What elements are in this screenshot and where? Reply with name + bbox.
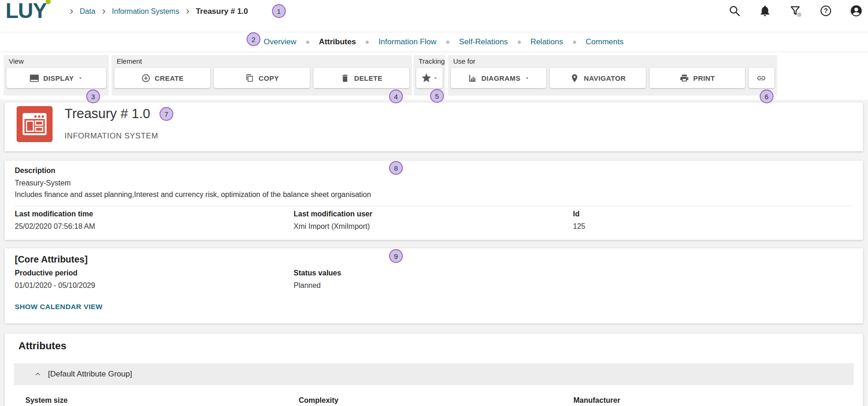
field-label: Last modification time	[15, 210, 294, 218]
tab-separator-dot	[366, 41, 369, 44]
top-bar: LUY DataInformation SystemsTreasury # 1.…	[0, 0, 868, 32]
meta-grid: Last modification time25/02/2020 07:56:1…	[15, 206, 853, 231]
button-label: DISPLAY	[43, 74, 74, 82]
breadcrumb-item-treasury-1-0: Treasury # 1.0	[196, 7, 248, 16]
button-label: DIAGRAMS	[481, 74, 520, 82]
breadcrumb: DataInformation SystemsTreasury # 1.0	[68, 0, 248, 23]
description-line: Includes finance and asset planning,Inte…	[15, 189, 853, 200]
toolbar-group-label: View	[9, 57, 106, 65]
tab-information-flow[interactable]: Information Flow	[378, 37, 437, 47]
chevron-up-icon[interactable]	[34, 370, 41, 378]
caret-down-icon	[78, 76, 83, 81]
toolbar-group-use-for: Use forDIAGRAMSNAVIGATORPRINT	[448, 55, 777, 96]
navigator-icon	[570, 73, 579, 83]
core-attributes-card: [Core Attributes] Productive period01/01…	[5, 248, 863, 323]
print-button[interactable]: PRINT	[650, 68, 745, 88]
print-icon	[679, 73, 689, 83]
tab-comments[interactable]: Comments	[586, 37, 624, 47]
tab-strip: OverviewAttributesInformation FlowSelf-R…	[0, 32, 868, 52]
filter-icon[interactable]	[789, 5, 802, 17]
link-icon	[756, 73, 766, 83]
copy-button[interactable]: COPY	[214, 68, 310, 88]
toolbar-group-element: ElementCREATECOPYDELETE	[112, 55, 412, 96]
toolbar-group-tracking: Tracking	[413, 55, 445, 96]
field-label: Status values	[294, 269, 573, 277]
delete-button[interactable]: DELETE	[313, 68, 409, 88]
entity-header-card: Treasury # 1.0 INFORMATION SYSTEM	[5, 102, 863, 151]
caret-down-icon	[433, 76, 438, 81]
core-field-productive-period: Productive period01/01/2020 - 05/10/2029	[15, 269, 294, 290]
breadcrumb-chevron-icon	[184, 8, 191, 15]
display-button[interactable]: DISPLAY	[6, 68, 106, 88]
field-label: Id	[573, 210, 853, 218]
tab-separator-dot	[306, 41, 309, 44]
annotation-marker-3: 3	[86, 90, 100, 103]
create-icon	[141, 73, 151, 83]
annotation-marker-6: 6	[760, 90, 774, 103]
annotation-marker-4: 4	[389, 90, 403, 103]
tab-bar: OverviewAttributesInformation FlowSelf-R…	[264, 32, 624, 52]
field-value: Planned	[294, 281, 573, 290]
attribute-column-system-size: System size	[25, 396, 299, 405]
tab-self-relations[interactable]: Self-Relations	[459, 37, 508, 47]
topbar-icons: ?	[728, 5, 862, 17]
navigator-button[interactable]: NAVIGATOR	[550, 68, 645, 88]
meta-field-last-modification-user: Last modification userXmi Import (XmiImp…	[294, 210, 573, 231]
tab-separator-dot	[518, 41, 521, 44]
core-field-status-values: Status valuesPlanned	[294, 269, 573, 290]
create-button[interactable]: CREATE	[114, 68, 210, 88]
copy-icon	[245, 73, 254, 83]
description-line: Treasury-System	[15, 177, 853, 189]
account-icon[interactable]	[850, 5, 862, 17]
button-label: PRINT	[693, 74, 715, 82]
help-icon[interactable]: ?	[820, 5, 832, 17]
annotation-marker-5: 5	[430, 89, 444, 103]
search-icon[interactable]	[728, 5, 741, 17]
attributes-card: Attributes [Default Attribute Group] Sys…	[5, 334, 863, 406]
description-card: Description Treasury-SystemIncludes fina…	[5, 161, 863, 240]
field-value: 125	[573, 222, 853, 231]
link-button[interactable]	[749, 68, 774, 88]
tab-separator-dot	[573, 41, 576, 44]
breadcrumb-chevron-icon	[100, 8, 107, 15]
breadcrumb-item-data[interactable]: Data	[80, 7, 95, 16]
attribute-group-title: [Default Attribute Group]	[48, 370, 132, 379]
toolbar-group-label: Tracking	[419, 57, 443, 65]
field-label: Productive period	[15, 269, 294, 277]
delete-icon	[340, 73, 350, 83]
toolbar-buttons: DIAGRAMSNAVIGATORPRINT	[451, 68, 774, 88]
tab-relations[interactable]: Relations	[531, 37, 563, 47]
button-label: DELETE	[354, 74, 383, 82]
luy-logo[interactable]: LUY	[6, 0, 47, 23]
attributes-title: Attributes	[18, 340, 854, 352]
meta-field-id: Id125	[573, 210, 853, 231]
information-system-icon	[17, 106, 53, 142]
core-attributes-title: [Core Attributes]	[15, 254, 853, 265]
field-value: 01/01/2020 - 05/10/2029	[15, 281, 294, 290]
default-attribute-group-header[interactable]: [Default Attribute Group]	[14, 363, 854, 385]
diagrams-icon	[467, 73, 477, 83]
toolbar-buttons: DISPLAY	[6, 68, 106, 88]
toolbar-group-label: Use for	[453, 57, 774, 65]
tab-overview[interactable]: Overview	[264, 37, 296, 47]
star-button[interactable]	[416, 68, 443, 88]
field-value: 25/02/2020 07:56:18 AM	[15, 222, 294, 231]
diagrams-button[interactable]: DIAGRAMS	[451, 68, 546, 88]
show-calendar-view-link[interactable]: SHOW CALENDAR VIEW	[15, 303, 103, 311]
page-title: Treasury # 1.0	[65, 106, 150, 121]
annotation-marker-9: 9	[389, 249, 403, 263]
tab-attributes[interactable]: Attributes	[319, 37, 356, 47]
luy-logo-text: LUY	[6, 0, 47, 23]
attribute-column-manufacturer: Manufacturer	[573, 396, 854, 405]
button-label: COPY	[259, 74, 279, 82]
description-label: Description	[15, 167, 853, 175]
star-icon	[421, 72, 432, 84]
notifications-icon[interactable]	[759, 5, 771, 17]
annotation-marker-1: 1	[272, 4, 286, 18]
description-lines: Treasury-SystemIncludes finance and asse…	[15, 177, 853, 200]
attribute-column-complexity: Complexity	[299, 396, 573, 405]
core-grid: Productive period01/01/2020 - 05/10/2029…	[15, 269, 853, 290]
entity-type-label: INFORMATION SYSTEM	[65, 131, 158, 141]
breadcrumb-item-information-systems[interactable]: Information Systems	[112, 7, 179, 16]
button-label: NAVIGATOR	[584, 74, 626, 82]
